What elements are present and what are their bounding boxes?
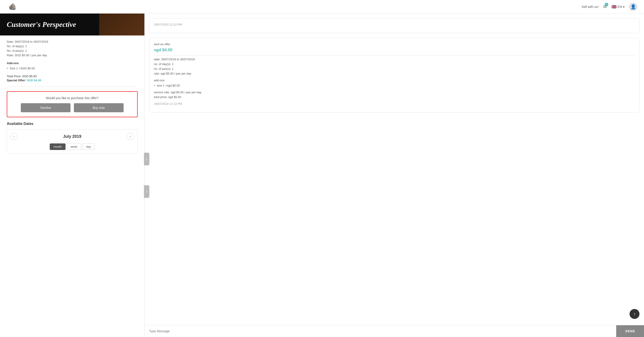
logo[interactable]: 🪨 — [7, 2, 18, 11]
chat-toggle-top-arrow[interactable]: ‹ — [144, 153, 149, 165]
calendar-prev-button[interactable]: ‹ — [10, 133, 18, 140]
flag-icon: 🇬🇧 — [612, 4, 616, 9]
total-price: Total Price: SGD $5.00 — [7, 74, 138, 78]
chevron-down-icon: ▾ — [623, 5, 624, 8]
offer-date: date: 30/07/2019 to 30/07/2019 — [154, 58, 635, 61]
language-selector[interactable]: 🇬🇧 EN ▾ — [612, 4, 624, 9]
calendar-tab-month[interactable]: month — [50, 143, 66, 150]
offer-question: Would you like to purchase this offer? — [12, 96, 133, 100]
special-offer: Special Offer: SGD $4.00 — [7, 79, 138, 82]
chat-timestamp-1: 29/07/2019 12:10 PM — [154, 23, 635, 26]
addons-section: Add-ons Size 1 +SGD $0.00 — [7, 61, 138, 70]
left-panel: Customer's Perspective Date: 30/07/2019 … — [0, 13, 144, 337]
divider — [7, 86, 138, 87]
addon-item: Size 1 +SGD $0.00 — [7, 67, 138, 70]
mail-badge: 0 — [605, 3, 608, 6]
chat-message-1: 29/07/2019 12:10 PM — [149, 18, 640, 33]
booking-date: Date: 30/07/2019 to 30/07/2019 — [7, 40, 138, 43]
main-layout: Customer's Perspective Date: 30/07/2019 … — [0, 13, 644, 337]
mail-container: ✉ 0 — [603, 4, 607, 9]
total-price-label: Total Price: — [7, 74, 21, 78]
calendar-tab-week[interactable]: week — [67, 143, 81, 150]
booking-rate: Rate: SGD $5.00 / pax per day — [7, 53, 138, 57]
offer-addons-label: add-ons — [154, 79, 635, 82]
available-dates: Available Dates ‹ July 2019 › month week… — [7, 122, 138, 154]
chat-input-area: SEND ⤡ — [144, 325, 644, 337]
resize-handle: ⤡ — [641, 334, 644, 337]
available-dates-title: Available Dates — [7, 122, 138, 126]
price-section: Total Price: SGD $5.00 Special Offer: SG… — [7, 74, 138, 82]
offer-addon-item: size 1 +sgd $0.00 — [154, 84, 635, 87]
calendar-view-tabs: month week day — [10, 143, 134, 150]
scroll-to-top-button[interactable]: ↑ — [630, 309, 640, 319]
perspective-title: Customer's Perspective — [7, 20, 138, 29]
offer-total-price: total price: sgd $5.00 — [154, 95, 635, 99]
offer-pax: no. of pax(s): 1 — [154, 67, 635, 70]
chat-timestamp-2: 29/07/2019 12:13 PM — [154, 102, 635, 105]
calendar-tab-day[interactable]: day — [82, 143, 95, 150]
header-right: Sell with us! ✉ 0 🇬🇧 EN ▾ 👤 — [582, 3, 637, 11]
chat-message-2: sent an offer sgd $4.00 date: 30/07/2019… — [149, 38, 640, 112]
offer-buttons: Decline Buy now — [12, 103, 133, 112]
logo-icon: 🪨 — [7, 2, 18, 11]
addons-title: Add-ons — [7, 61, 138, 65]
calendar-month-title: July 2019 — [63, 134, 81, 139]
sell-with-us-link[interactable]: Sell with us! — [582, 5, 598, 8]
language-label: EN — [618, 5, 622, 8]
right-panel: 29/07/2019 12:10 PM sent an offer sgd $4… — [144, 13, 644, 337]
offer-chat-divider — [154, 55, 635, 55]
chat-messages: 29/07/2019 12:10 PM sent an offer sgd $4… — [144, 13, 644, 325]
calendar-box: ‹ July 2019 › month week day — [7, 129, 138, 154]
offer-rate: rate: sgd $5.00 / pax per day — [154, 72, 635, 75]
header: 🪨 Sell with us! ✉ 0 🇬🇧 EN ▾ 👤 — [0, 0, 644, 13]
total-price-value: SGD $5.00 — [22, 74, 36, 78]
send-button[interactable]: SEND — [616, 325, 644, 337]
chat-message-input[interactable] — [144, 325, 616, 337]
booking-days: No. of day(s): 1 — [7, 44, 138, 48]
chat-toggle-bottom-arrow[interactable]: ‹ — [144, 185, 149, 198]
offer-service-rate: service rate: sgd $5.00 / pax per day — [154, 91, 635, 94]
left-content: Date: 30/07/2019 to 30/07/2019 No. of da… — [0, 35, 144, 163]
calendar-next-button[interactable]: › — [127, 133, 134, 140]
offer-box: Would you like to purchase this offer? D… — [7, 91, 138, 117]
offer-chat-price: sgd $4.00 — [154, 48, 635, 52]
offer-days: no. of day(s): 1 — [154, 62, 635, 66]
perspective-banner: Customer's Perspective — [0, 13, 144, 35]
special-offer-label: Special Offer: — [7, 79, 26, 82]
calendar-header: ‹ July 2019 › — [10, 133, 134, 140]
decline-button[interactable]: Decline — [21, 103, 70, 112]
user-avatar[interactable]: 👤 — [629, 3, 637, 11]
sent-offer-label: sent an offer — [154, 42, 635, 46]
booking-pax: No. of pax(s): 1 — [7, 49, 138, 52]
buy-now-button[interactable]: Buy now — [74, 103, 124, 112]
special-offer-value: SGD $4.00 — [27, 79, 41, 82]
booking-info: Date: 30/07/2019 to 30/07/2019 No. of da… — [7, 40, 138, 57]
